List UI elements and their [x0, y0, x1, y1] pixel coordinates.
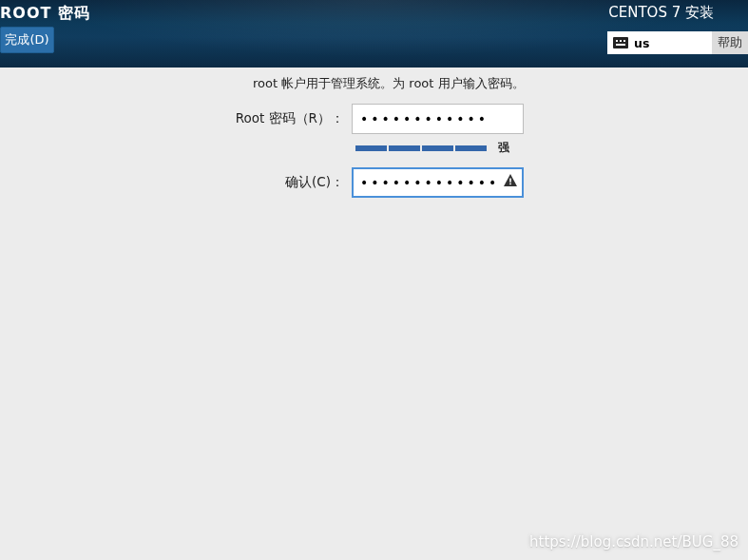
password-label: Root 密码（R）： — [0, 110, 352, 127]
help-button[interactable]: 帮助 — [712, 31, 748, 54]
watermark: https://blog.csdn.net/BUG_88 — [529, 533, 738, 550]
keyboard-layout-code: us — [634, 36, 649, 50]
confirm-password-input[interactable] — [352, 167, 524, 198]
keyboard-icon — [613, 37, 628, 48]
installer-header: ROOT 密码 完成(D) CENTOS 7 安装 us 帮助 — [0, 0, 748, 68]
password-row: Root 密码（R）： — [0, 104, 748, 134]
form-description: root 帐户用于管理系统。为 root 用户输入密码。 — [253, 75, 748, 92]
confirm-row: 确认(C)： — [0, 167, 748, 198]
installer-name: CENTOS 7 安装 — [608, 4, 714, 22]
password-strength-meter: 强 — [355, 140, 748, 156]
done-button[interactable]: 完成(D) — [0, 27, 54, 53]
strength-label: 强 — [498, 140, 509, 156]
strength-segment — [355, 145, 387, 151]
strength-segment — [389, 145, 420, 151]
root-password-input[interactable] — [352, 104, 524, 134]
keyboard-layout-indicator[interactable]: us — [607, 31, 712, 54]
root-password-form: root 帐户用于管理系统。为 root 用户输入密码。 Root 密码（R）：… — [0, 68, 748, 198]
page-title: ROOT 密码 — [0, 4, 90, 24]
strength-segment — [422, 145, 453, 151]
strength-segment — [455, 145, 487, 151]
confirm-label: 确认(C)： — [0, 174, 352, 191]
